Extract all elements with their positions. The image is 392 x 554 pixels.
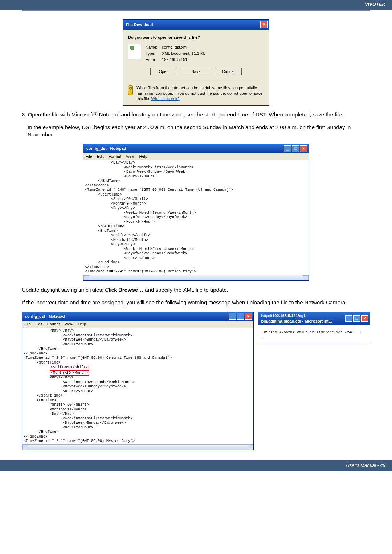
maximize-icon[interactable]: □: [353, 315, 360, 322]
close-icon[interactable]: ×: [300, 145, 307, 152]
horizontal-scrollbar[interactable]: [83, 275, 309, 280]
notepad-window-2: config_dst - Notepad _ □ × File Edit For…: [22, 312, 254, 450]
dialog-title: File Download: [126, 22, 260, 28]
update-rules-label: Update daylight saving time rules: [22, 287, 102, 293]
notepad-body-1[interactable]: <Day></Day> <WeekinMonth>First</WeekinMo…: [83, 160, 309, 275]
notepad-menu: File Edit Format View Help: [83, 153, 309, 160]
menu-help[interactable]: Help: [78, 322, 86, 326]
maximize-icon[interactable]: □: [237, 313, 244, 320]
notepad-window-1: config_dst - Notepad _ □ × File Edit For…: [83, 144, 309, 281]
file-icon: [128, 44, 141, 59]
type-label: Type:: [146, 51, 161, 56]
update-rules-paragraph: Update daylight saving time rules: Click…: [22, 286, 370, 294]
minimize-icon[interactable]: _: [229, 313, 236, 320]
from-label: From:: [146, 57, 161, 62]
menu-edit[interactable]: Edit: [36, 322, 42, 326]
menu-format[interactable]: Format: [47, 322, 60, 326]
from-value: 192.168.5.151: [162, 57, 187, 62]
browse-label: Browse…: [118, 287, 143, 293]
maximize-icon[interactable]: □: [292, 145, 299, 152]
close-icon[interactable]: ×: [260, 21, 268, 28]
notepad-title: config_dst - Notepad: [25, 314, 229, 319]
menu-view[interactable]: View: [65, 322, 73, 326]
menu-file[interactable]: File: [86, 154, 92, 159]
menu-help[interactable]: Help: [139, 154, 147, 159]
browser-error-message: Invalid <Month> value in TimeZone id: -2…: [258, 325, 370, 345]
error-shift: <Shift>60</Shift>: [50, 365, 89, 370]
menu-format[interactable]: Format: [109, 154, 121, 159]
step-3: 3. Open the file with Microsoft® Notepad…: [22, 111, 370, 118]
dialog-question: Do you want to open or save this file?: [128, 35, 264, 40]
example-paragraph: In the example below, DST begins each ye…: [22, 124, 370, 139]
page-header: VIVOTEK: [0, 0, 392, 10]
shield-icon: ?: [128, 85, 133, 95]
browser-error-window: http://192.168.5.121/cgi-bin/admin/uploa…: [258, 312, 370, 345]
dialog-titlebar: File Download ×: [123, 20, 269, 30]
cancel-button[interactable]: Cancel: [215, 68, 242, 75]
minimize-icon[interactable]: _: [284, 145, 291, 152]
brand-label: VIVOTEK: [365, 1, 385, 7]
footer-text: User's Manual - 49: [346, 463, 385, 468]
page-content: File Download × Do you want to open or s…: [0, 15, 392, 454]
menu-edit[interactable]: Edit: [97, 154, 104, 159]
name-label: Name:: [146, 45, 161, 50]
dialog-warning: While files from the Internet can be use…: [136, 85, 264, 102]
minimize-icon[interactable]: _: [345, 315, 352, 322]
whats-the-risk-link[interactable]: What's the risk?: [151, 97, 180, 101]
header-rule: [22, 10, 370, 11]
notepad-body-2[interactable]: <Day></Day> <WeekinMonth>First</WeekinMo…: [22, 328, 253, 444]
name-value: config_dst.xml: [162, 45, 187, 49]
error-month: <Month>15</Month>: [50, 370, 89, 376]
notepad-title: config_dst - Notepad: [86, 146, 284, 151]
menu-view[interactable]: View: [126, 154, 135, 159]
open-button[interactable]: Open: [150, 68, 177, 75]
incorrect-paragraph: If the incorrect date and time are assig…: [22, 299, 370, 306]
file-download-dialog: File Download × Do you want to open or s…: [123, 19, 269, 106]
browser-title: http://192.168.5.121/cgi-bin/admin/uploa…: [261, 313, 345, 324]
menu-file[interactable]: File: [24, 322, 31, 326]
page-footer: User's Manual - 49: [0, 460, 392, 471]
type-value: XML Document, 11.1 KB: [162, 51, 206, 56]
horizontal-scrollbar[interactable]: [22, 444, 253, 450]
close-icon[interactable]: ×: [245, 313, 252, 320]
save-button[interactable]: Save: [183, 68, 209, 75]
close-icon[interactable]: ×: [361, 315, 368, 322]
